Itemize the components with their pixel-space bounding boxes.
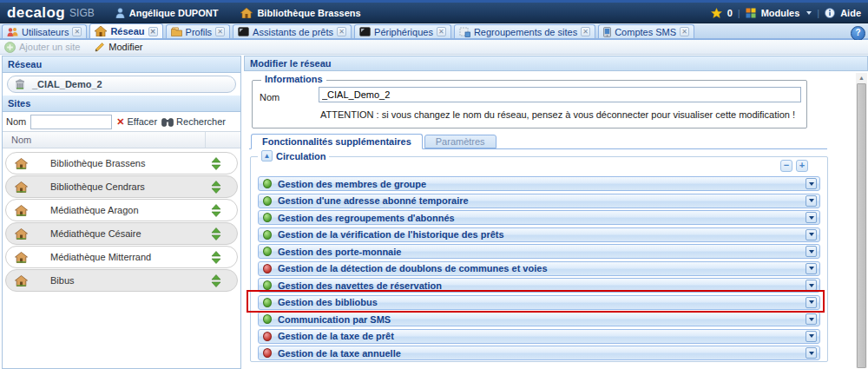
site-search-bar: Nom ✕ Effacer Rechercher xyxy=(3,112,240,131)
dropdown-button[interactable] xyxy=(806,347,817,359)
current-user[interactable]: Angélique DUPONT xyxy=(115,8,219,18)
dropdown-button[interactable] xyxy=(806,229,817,241)
dropdown-button[interactable] xyxy=(806,297,817,308)
feature-list: Gestion des membres de groupeGestion d'u… xyxy=(258,176,820,363)
feature-label: Gestion des navettes de réservation xyxy=(278,280,442,291)
dropdown-button[interactable] xyxy=(806,178,817,189)
status-green-icon xyxy=(263,196,272,206)
dropdown-button[interactable] xyxy=(806,280,817,291)
tab-label: Assistants de prêts xyxy=(253,27,333,37)
site-row[interactable]: Médiathèque Mitterrand xyxy=(5,246,238,268)
tab-profils[interactable]: Profils✕ xyxy=(166,24,231,38)
site-row[interactable]: Bibliothèque Cendrars xyxy=(5,175,238,198)
folder-icon xyxy=(171,27,182,36)
scrollbar-thumb[interactable] xyxy=(857,83,866,368)
column-divider xyxy=(205,132,206,148)
site-search-input[interactable] xyxy=(30,115,112,129)
feature-row[interactable]: Gestion de la détection de doublons de c… xyxy=(258,261,820,276)
feature-row[interactable]: Gestion des regroupements d'abonnés xyxy=(258,210,820,225)
feature-row[interactable]: Gestion d'une adresse abonné temporaire xyxy=(258,194,820,208)
close-tab-icon[interactable]: ✕ xyxy=(148,27,158,36)
tab-reseau[interactable]: Réseau✕ xyxy=(89,23,162,38)
site-row[interactable]: Bibus xyxy=(5,269,238,292)
close-tab-icon[interactable]: ✕ xyxy=(72,27,82,36)
editor-tab-parametres[interactable]: Paramètres xyxy=(424,135,496,148)
action-toolbar: Ajouter un site Modifier xyxy=(0,40,868,55)
dropdown-button[interactable] xyxy=(806,263,817,274)
reorder-updown-icon[interactable] xyxy=(211,181,221,194)
dropdown-button[interactable] xyxy=(806,246,817,257)
feature-row[interactable]: Gestion des navettes de réservation xyxy=(258,278,820,293)
close-tab-icon[interactable]: ✕ xyxy=(581,27,590,36)
reorder-updown-icon[interactable] xyxy=(211,251,221,264)
site-row[interactable]: Médiathèque Aragon xyxy=(5,199,238,221)
clear-x-icon: ✕ xyxy=(116,117,124,127)
close-tab-icon[interactable]: ✕ xyxy=(337,27,346,36)
dropdown-button[interactable] xyxy=(806,313,817,325)
reorder-updown-icon[interactable] xyxy=(211,227,221,241)
modules-menu[interactable]: Modules xyxy=(761,8,800,18)
scroll-up-icon[interactable]: ▲ xyxy=(856,73,867,83)
current-site[interactable]: Bibliothèque Brassens xyxy=(240,8,360,18)
dropdown-button[interactable] xyxy=(806,331,817,342)
tab-utilisateurs[interactable]: Utilisateurs✕ xyxy=(2,24,87,38)
feature-row[interactable]: Gestion des porte-monnaie xyxy=(258,244,820,259)
house-icon xyxy=(15,158,28,169)
dropdown-button[interactable] xyxy=(806,212,817,223)
tab-assistants-de-prets[interactable]: Assistants de prêts✕ xyxy=(233,24,352,38)
search-field-label: Nom xyxy=(6,116,26,127)
network-item-label: _CIAL_Demo_2 xyxy=(32,79,102,89)
feature-label: Gestion de la détection de doublons de c… xyxy=(278,263,548,273)
close-tab-icon[interactable]: ✕ xyxy=(437,27,446,36)
feature-label: Gestion de la vérification de l'historiq… xyxy=(278,229,504,240)
house-icon xyxy=(15,228,28,240)
feature-label: Gestion de la taxe de prêt xyxy=(278,331,394,341)
add-site-button[interactable]: Ajouter un site xyxy=(4,42,80,53)
top-bar: decalog SIGB Angélique DUPONT Bibliothèq… xyxy=(0,0,868,23)
star-icon[interactable] xyxy=(711,8,722,18)
collapse-all-button[interactable]: − xyxy=(780,160,792,172)
expand-all-button[interactable]: + xyxy=(796,160,808,172)
site-row[interactable]: Médiathèque Césaire xyxy=(5,222,238,245)
vertical-scrollbar[interactable]: ▲ xyxy=(856,73,867,368)
sites-column-header[interactable]: Nom xyxy=(3,131,240,148)
help-button[interactable]: ? xyxy=(851,26,865,41)
reorder-updown-icon[interactable] xyxy=(211,157,221,170)
top-bar-right: 0 Modules Aide xyxy=(711,8,861,18)
close-tab-icon[interactable]: ✕ xyxy=(215,27,225,36)
house-icon xyxy=(15,275,28,287)
house-icon xyxy=(15,181,28,193)
house-icon xyxy=(15,205,28,216)
app-window: decalog SIGB Angélique DUPONT Bibliothèq… xyxy=(0,0,868,369)
network-item[interactable]: _CIAL_Demo_2 xyxy=(7,76,236,93)
tab-regroupements-de-sites[interactable]: Regroupements de sites✕ xyxy=(454,24,595,38)
site-row[interactable]: Bibliothèque Brassens xyxy=(5,152,238,175)
help-menu[interactable]: Aide xyxy=(840,8,861,18)
editor-tab-fonctionnalites[interactable]: Fonctionnalités supplémentaires xyxy=(251,134,423,149)
feature-row[interactable]: Gestion des bibliobus xyxy=(258,295,820,310)
search-button[interactable]: Rechercher xyxy=(161,116,226,127)
dropdown-button[interactable] xyxy=(806,195,817,207)
editor-content: Informations Nom ATTENTION : si vous cha… xyxy=(244,71,868,369)
feature-label: Gestion de la taxe annuelle xyxy=(278,348,401,359)
feature-row[interactable]: Gestion de la taxe annuelle xyxy=(258,346,820,360)
tab-comptes-sms[interactable]: Comptes SMS✕ xyxy=(598,24,694,38)
reorder-updown-icon[interactable] xyxy=(211,204,221,217)
feature-row[interactable]: Gestion de la vérification de l'historiq… xyxy=(258,227,820,242)
feature-row[interactable]: Gestion des membres de groupe xyxy=(258,176,820,191)
network-name-input[interactable] xyxy=(319,87,801,102)
feature-row[interactable]: Gestion de la taxe de prêt xyxy=(258,329,820,344)
modify-button[interactable]: Modifier xyxy=(94,42,142,53)
close-tab-icon[interactable]: ✕ xyxy=(680,27,689,36)
module-tab-bar: Utilisateurs✕Réseau✕Profils✕Assistants d… xyxy=(0,23,868,40)
collapse-section-icon[interactable]: ▲ xyxy=(261,150,273,161)
reorder-updown-icon[interactable] xyxy=(211,274,221,287)
user-name: Angélique DUPONT xyxy=(129,8,219,18)
separator xyxy=(817,8,819,18)
user-icon xyxy=(115,8,125,18)
home-icon xyxy=(240,8,253,18)
tab-peripheriques[interactable]: Périphériques✕ xyxy=(354,24,451,38)
clear-button[interactable]: ✕ Effacer xyxy=(116,116,157,127)
site-row-label: Médiathèque Césaire xyxy=(50,228,141,239)
feature-row[interactable]: Communication par SMS xyxy=(258,312,820,326)
